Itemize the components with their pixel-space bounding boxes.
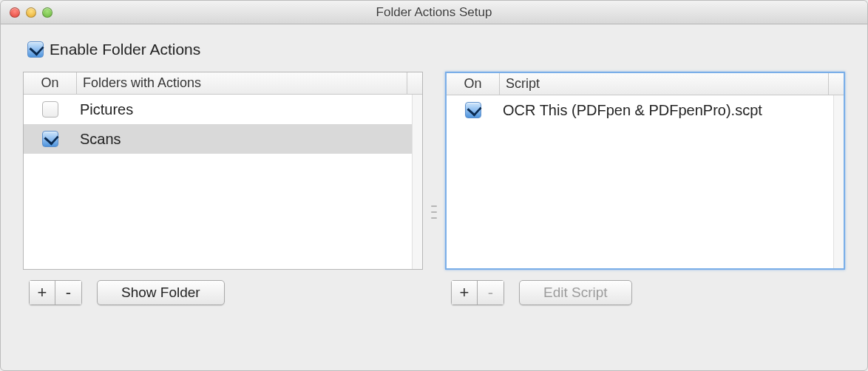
folders-controls: + - Show Folder — [23, 280, 423, 305]
enable-folder-actions-row: Enable Folder Actions — [27, 41, 845, 58]
scripts-list-body: OCR This (PDFpen & PDFpenPro).scpt — [447, 95, 844, 268]
scrollbar[interactable] — [833, 95, 844, 268]
folders-header-tail — [407, 72, 422, 94]
folders-panel: On Folders with Actions PicturesScans + … — [23, 72, 423, 353]
scripts-panel: On Script OCR This (PDFpen & PDFpenPro).… — [445, 72, 845, 353]
row-checkbox-cell — [447, 102, 500, 118]
scripts-header-tail — [829, 73, 844, 95]
folders-list-body: PicturesScans — [24, 95, 422, 269]
enable-folder-actions-label: Enable Folder Actions — [50, 41, 200, 58]
row-label: Pictures — [77, 101, 422, 118]
scripts-header-on[interactable]: On — [447, 73, 500, 95]
window-content: Enable Folder Actions On Folders with Ac… — [1, 24, 867, 370]
window: Folder Actions Setup Enable Folder Actio… — [0, 0, 868, 371]
remove-folder-button[interactable]: - — [55, 280, 82, 305]
row-checkbox-cell — [24, 131, 77, 147]
folders-list[interactable]: On Folders with Actions PicturesScans — [23, 72, 423, 270]
row-label: Scans — [77, 131, 422, 148]
row-checkbox[interactable] — [42, 131, 58, 147]
panels: On Folders with Actions PicturesScans + … — [23, 72, 845, 353]
scripts-controls: + - Edit Script — [445, 280, 845, 305]
list-item[interactable]: OCR This (PDFpen & PDFpenPro).scpt — [447, 95, 844, 125]
row-label: OCR This (PDFpen & PDFpenPro).scpt — [500, 102, 844, 119]
list-item[interactable]: Pictures — [24, 95, 422, 124]
remove-script-button: - — [478, 280, 504, 305]
enable-folder-actions-checkbox[interactable] — [27, 41, 44, 58]
show-folder-button[interactable]: Show Folder — [97, 280, 225, 305]
row-checkbox[interactable] — [42, 101, 58, 118]
minimize-icon[interactable] — [26, 7, 36, 18]
titlebar: Folder Actions Setup — [1, 1, 867, 24]
row-checkbox[interactable] — [465, 102, 481, 118]
divider-grip-icon[interactable] — [431, 205, 437, 219]
zoom-icon[interactable] — [42, 7, 52, 18]
window-title: Folder Actions Setup — [1, 5, 867, 20]
scripts-list-header: On Script — [447, 73, 844, 95]
scripts-add-remove-group: + - — [451, 280, 504, 305]
folders-list-header: On Folders with Actions — [24, 72, 422, 95]
folders-header-main[interactable]: Folders with Actions — [77, 72, 407, 94]
traffic-lights — [1, 7, 52, 18]
scripts-header-main[interactable]: Script — [500, 73, 829, 95]
close-icon[interactable] — [10, 7, 20, 18]
folders-add-remove-group: + - — [29, 280, 82, 305]
row-checkbox-cell — [24, 101, 77, 118]
edit-script-button: Edit Script — [519, 280, 632, 305]
scrollbar[interactable] — [412, 95, 422, 269]
add-folder-button[interactable]: + — [29, 280, 55, 305]
list-item[interactable]: Scans — [24, 124, 422, 154]
folders-header-on[interactable]: On — [24, 72, 77, 94]
scripts-list[interactable]: On Script OCR This (PDFpen & PDFpenPro).… — [445, 72, 845, 270]
add-script-button[interactable]: + — [451, 280, 478, 305]
